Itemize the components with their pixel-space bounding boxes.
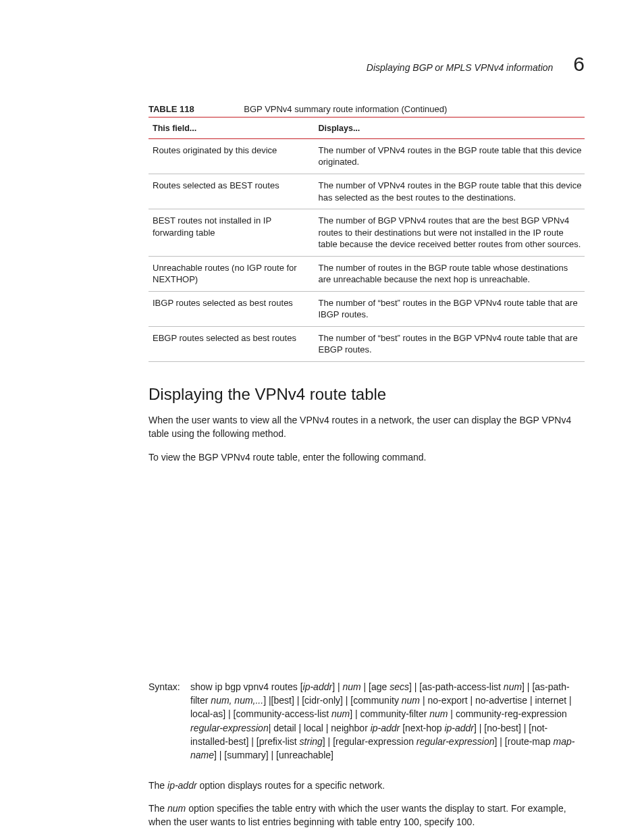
syntax-variable: num [342,681,360,692]
cell-displays: The number of VPNv4 routes in the BGP ro… [314,174,585,209]
syntax-label: Syntax: [149,680,190,762]
cell-field: Routes originated by this device [149,138,314,174]
num-term: num [167,803,186,814]
syntax-variable: num [402,695,420,706]
text: option specifies the table entry with wh… [149,803,566,827]
syntax-variable: num [504,681,522,692]
section-heading: Displaying the VPNv4 route table [149,385,585,404]
syntax-variable: regular-expression [417,736,495,747]
syntax-variable: num [429,708,448,719]
table-row: EBGP routes selected as best routesThe n… [149,326,585,361]
syntax-variable: ip-addr [371,723,400,733]
table-row: Routes selected as BEST routesThe number… [149,174,585,209]
cell-displays: The number of BGP VPNv4 routes that are … [314,209,585,257]
cell-field: BEST routes not installed in IP forwardi… [149,209,314,257]
table-caption-label: TABLE 118 [149,104,194,114]
table-caption: TABLE 118 BGP VPNv4 summary route inform… [149,104,585,118]
col-header-field: This field... [149,119,314,138]
syntax-variable: regular-expression [190,723,269,733]
syntax-content: show ip bgp vpnv4 routes [ip-addr] | num… [190,680,585,762]
table-row: BEST routes not installed in IP forwardi… [149,209,585,257]
col-header-displays: Displays... [314,119,585,138]
syntax-variable: string [300,736,323,747]
cell-displays: The number of “best” routes in the BGP V… [314,291,585,326]
syntax-variable: map-name [190,736,574,760]
cell-displays: The number of VPNv4 routes in the BGP ro… [314,138,585,174]
table-caption-text: BGP VPNv4 summary route information (Con… [244,104,447,114]
cell-field: Unreachable routes (no IGP route for NEX… [149,256,314,291]
cell-field: Routes selected as BEST routes [149,174,314,209]
summary-route-table: This field... Displays... Routes origina… [149,119,585,362]
section-paragraph: When the user wants to view all the VPNv… [149,413,585,441]
cell-displays: The number of “best” routes in the BGP V… [314,326,585,361]
syntax-variable: ip-addr [444,723,474,733]
table-row: Unreachable routes (no IGP route for NEX… [149,256,585,291]
syntax-variable: secs [390,681,409,692]
tail-paragraph: The num option specifies the table entry… [149,802,585,829]
table-row: Routes originated by this deviceThe numb… [149,138,585,174]
syntax-block: Syntax: show ip bgp vpnv4 routes [ip-add… [149,680,585,762]
running-title: Displaying BGP or MPLS VPNv4 information [367,62,553,73]
table-row: IBGP routes selected as best routesThe n… [149,291,585,326]
text: The [149,780,167,791]
running-header: Displaying BGP or MPLS VPNv4 information… [149,54,585,74]
section-paragraph: To view the BGP VPNv4 route table, enter… [149,450,585,464]
table-header-row: This field... Displays... [149,119,585,138]
cell-displays: The number of routes in the BGP route ta… [314,256,585,291]
syntax-variable: num [331,708,350,719]
text: option displays routes for a specific ne… [197,780,385,791]
ip-addr-term: ip-addr [167,780,197,791]
page: Displaying BGP or MPLS VPNv4 information… [0,0,644,834]
text: The [149,803,167,814]
cell-field: EBGP routes selected as best routes [149,326,314,361]
syntax-variable: num, num,... [211,695,263,706]
tail-paragraph: The ip-addr option displays routes for a… [149,779,585,792]
cell-field: IBGP routes selected as best routes [149,291,314,326]
chapter-number: 6 [573,54,585,74]
syntax-variable: ip-addr [303,681,333,692]
